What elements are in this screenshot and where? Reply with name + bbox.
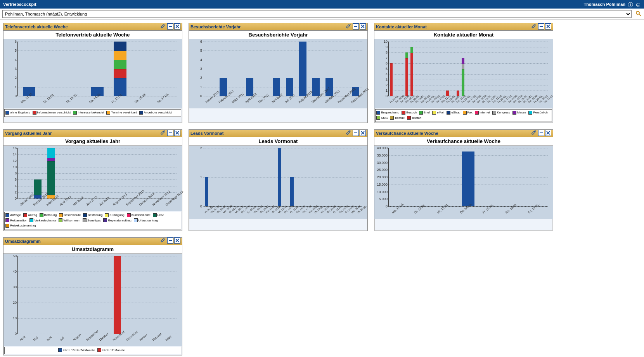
panel-header[interactable]: Umsatzdiagramm (3, 238, 182, 245)
dashboard-panel: Umsatzdiagramm Umsatzdiagramm 0102030405… (3, 237, 182, 356)
close-button[interactable] (174, 130, 180, 136)
close-button[interactable] (174, 237, 180, 244)
current-user: Thomasch Pohliman (583, 0, 625, 9)
legend-item: Messe (512, 110, 526, 115)
legend: letzte 13 bis 24 Monateletzte 12 Monate (4, 347, 181, 355)
bar[interactable] (114, 256, 121, 334)
app-title: Vertriebscockpit (3, 0, 36, 9)
minimize-button[interactable] (353, 130, 359, 136)
chart-title: Kontakte aktueller Monat (374, 31, 553, 39)
settings-icon[interactable] (160, 23, 166, 31)
x-axis: Mo, 11.03.Di, 12.03.Mi, 13.03.Do, 14.03.… (18, 96, 177, 108)
legend-item: Sonstiges (83, 218, 101, 223)
panel-header[interactable]: Vorgang aktuelles Jahr (3, 130, 182, 137)
legend-item: Persönlich (528, 110, 547, 115)
close-button[interactable] (174, 23, 180, 30)
minimize-button[interactable] (538, 130, 544, 136)
plot-area: 0246810121416 Januar 2013Februar 2013Mär… (17, 148, 177, 199)
chart-title: Verkaufchance aktuelle Woche (374, 137, 553, 146)
settings-icon[interactable] (160, 237, 166, 245)
panel-title: Telefonvertrieb aktuelle Woche (5, 23, 160, 30)
panel-header[interactable]: Kontakte aktueller Monat (374, 23, 553, 31)
bar[interactable] (390, 63, 393, 96)
close-button[interactable] (545, 130, 551, 136)
legend-item: letzte 13 bis 24 Monate (58, 348, 95, 352)
title-bar: Vertriebscockpit Thomasch Pohliman i (0, 0, 644, 9)
bar[interactable] (286, 78, 293, 96)
close-button[interactable] (360, 23, 366, 30)
legend-item: Internet (475, 110, 490, 115)
svg-point-7 (164, 24, 165, 25)
settings-icon[interactable] (346, 130, 351, 137)
legend-item: Termine vereinbart (106, 110, 137, 115)
minimize-button[interactable] (353, 23, 359, 30)
svg-rect-3 (637, 3, 639, 4)
bar[interactable] (462, 58, 464, 96)
settings-icon[interactable] (160, 130, 166, 137)
bar[interactable] (47, 148, 55, 199)
bar[interactable] (273, 78, 280, 96)
legend-item: Kündigung (105, 213, 124, 217)
bar[interactable] (290, 177, 294, 206)
panel-title: Kontakte aktueller Monat (376, 23, 531, 30)
settings-icon[interactable] (531, 130, 537, 137)
bar[interactable] (405, 52, 408, 96)
settings-icon[interactable] (346, 23, 351, 31)
legend-item: Beschwerde (59, 213, 81, 217)
legend-item: Besprechung (376, 110, 399, 115)
legend-item: ohne Ergebnis (5, 110, 30, 115)
bar[interactable] (299, 42, 306, 96)
close-button[interactable] (360, 130, 366, 136)
svg-point-23 (349, 130, 351, 132)
chart-title: Vorgang aktuelles Jahr (3, 137, 182, 146)
legend-item: SMS (376, 116, 388, 120)
bar[interactable] (220, 78, 227, 96)
plot-area: 05.00010.00015.00020.00025.00030.00035.0… (388, 148, 548, 207)
x-axis: Januar 2013Februar 2013März 2013April 20… (18, 199, 177, 210)
svg-point-5 (636, 11, 639, 14)
close-button[interactable] (545, 23, 551, 30)
bar[interactable] (325, 78, 333, 96)
context-select[interactable]: Pohliman, Thomasch (mtäst2), Entwicklung (2, 10, 632, 18)
minimize-button[interactable] (167, 130, 173, 136)
x-axis: Fr, 01.03.Sa, 02.03.So, 03.03.Mo, 04.03.… (389, 96, 548, 108)
panel-header[interactable]: Telefonvertrieb aktuelle Woche (3, 23, 182, 31)
minimize-button[interactable] (538, 23, 544, 30)
bar[interactable] (278, 148, 282, 206)
svg-point-15 (535, 24, 536, 25)
print-icon[interactable] (635, 2, 641, 7)
svg-point-19 (164, 130, 165, 132)
info-icon[interactable]: i (628, 2, 633, 7)
bar[interactable] (410, 47, 413, 96)
svg-point-31 (164, 238, 165, 240)
x-axis: Mo, 11.03.Di, 12.03.Mi, 13.03.Do, 14.03.… (389, 206, 548, 218)
legend-item: letzte 12 Monate (97, 348, 125, 352)
chart-title: Leads Vormonat (189, 137, 367, 146)
search-row: Pohliman, Thomasch (mtäst2), Entwicklung (0, 9, 644, 20)
x-axis: AprilMaiJuniJuliAugustSeptemberOktoberNo… (18, 334, 177, 345)
legend-item: Besuch (402, 110, 417, 115)
legend-item: Urlaubsantrag (134, 218, 158, 223)
search-icon[interactable] (635, 10, 642, 17)
bar[interactable] (205, 177, 208, 206)
legend: ohne ErgebnisInformationen verschicktInt… (4, 109, 181, 117)
legend-item: Reklamation (5, 218, 27, 223)
panel-header[interactable]: Leads Vormonat (189, 130, 367, 137)
legend-item: Brief (419, 110, 430, 115)
bar[interactable] (34, 179, 42, 199)
bar[interactable] (246, 78, 253, 96)
panel-header[interactable]: Besuchsberichte Vorjahr (189, 23, 367, 31)
legend-item: Antrag (23, 213, 37, 217)
legend: AnfrageAntragBeratungBeschwerdeBestattun… (4, 212, 181, 230)
minimize-button[interactable] (167, 23, 173, 30)
legend-item: eShop (447, 110, 460, 115)
bar[interactable] (462, 152, 474, 206)
chart-title: Umsatzdiagramm (3, 245, 182, 254)
bar[interactable] (114, 42, 126, 96)
settings-icon[interactable] (531, 23, 537, 31)
panel-title: Umsatzdiagramm (5, 238, 160, 245)
bar[interactable] (312, 78, 320, 96)
legend-item: Fax (463, 110, 473, 115)
minimize-button[interactable] (167, 237, 173, 244)
panel-header[interactable]: Verkaufchance aktuelle Woche (374, 130, 553, 137)
